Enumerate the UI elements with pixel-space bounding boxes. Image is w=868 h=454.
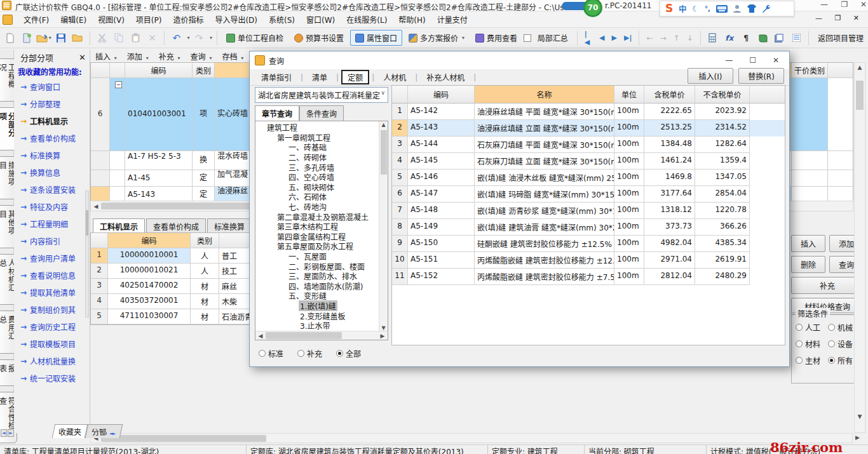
table-vertical-scrollbar[interactable]: ▲ ▼ <box>854 62 865 433</box>
new-from-template-icon[interactable] <box>19 30 34 46</box>
partial-summary-button[interactable]: 局部汇总 <box>533 30 573 45</box>
favorite-item[interactable]: → 查询用户清单 <box>14 250 90 267</box>
tree-node[interactable]: 五、砌块砌体 <box>257 182 388 192</box>
prev-record-icon[interactable]: ◀ <box>597 34 607 42</box>
tree-node[interactable]: 三、多孔砖墙 <box>257 162 388 172</box>
tree-node[interactable]: 3.止水带 <box>257 321 388 331</box>
tree-node[interactable]: 七、砖地沟 <box>257 202 388 212</box>
scope-radio[interactable]: 补充 <box>297 348 322 359</box>
detail-tab[interactable]: 查看单价构成 <box>146 218 206 234</box>
quota-row[interactable]: 5 A5-146 嵌(填)缝 油浸木丝板 缝宽*缝深(mm) 25*150 10… <box>392 170 785 186</box>
budget-settings-button[interactable]: 预算书设置 <box>290 30 348 45</box>
detail-tab[interactable]: 标准换算 <box>207 218 252 234</box>
favorite-item[interactable]: → 统一记取安装 <box>14 370 90 387</box>
dialog-tab[interactable]: 清单 <box>306 70 334 84</box>
dialog-minimize-icon[interactable]: — <box>725 56 733 65</box>
column-header-name[interactable]: 名称 <box>475 86 614 103</box>
dialog-tab[interactable]: 定额 <box>341 70 369 84</box>
column-header-tax-price[interactable]: 含税单价 <box>644 86 695 103</box>
ime-language-icon[interactable]: 中 <box>679 3 686 14</box>
ime-settings-wrench-icon[interactable] <box>762 4 770 13</box>
open-file-icon[interactable]: ▾ <box>36 30 51 46</box>
price-book-icon[interactable] <box>772 30 787 46</box>
favorite-item[interactable]: → 逐条设置安装 <box>14 181 90 198</box>
edit-toolbar-button[interactable]: 添加 ▾ <box>122 50 154 63</box>
folder-icon[interactable] <box>70 30 85 46</box>
favorite-item[interactable]: → 工料机显示 <box>14 112 90 130</box>
back-to-project-button[interactable]: 返回项目管理 <box>813 30 868 45</box>
favorite-item[interactable]: → 人材机批量换 <box>14 352 90 370</box>
column-header-unit[interactable]: 单位 <box>614 86 644 103</box>
favorite-item[interactable]: → 查看说明信息 <box>14 267 90 284</box>
tree-node[interactable]: 1.嵌(填)缝 <box>257 301 388 311</box>
first-record-icon[interactable]: |◀ <box>582 30 595 46</box>
menu-item[interactable]: 帮助(H) <box>393 11 431 27</box>
tree-node[interactable]: 五、变形缝 <box>257 291 388 301</box>
detail-tab[interactable]: 工料机显示 <box>93 218 145 234</box>
favorite-item[interactable]: → 查询历史工程 <box>14 318 90 335</box>
tab-sections[interactable]: 分部 ◄► <box>85 424 123 438</box>
fee-view-button[interactable]: 费用查看 <box>471 30 522 45</box>
favorite-item[interactable]: → 特征及内容 <box>14 198 90 215</box>
self-check-button[interactable]: 单位工程自检 <box>222 30 288 45</box>
tree-node[interactable]: 第四章金属结构工程 <box>257 232 388 242</box>
tab-scroll-down-icon[interactable]: ► <box>8 429 14 437</box>
edit-toolbar-button[interactable]: 插入 ▾ <box>90 50 122 63</box>
favorite-item[interactable]: → 换算信息 <box>14 164 90 181</box>
favorite-item[interactable]: → 内容指引 <box>14 232 90 250</box>
collapse-toggle-icon[interactable]: − <box>115 81 122 88</box>
dialog-close-icon[interactable]: ✕ <box>773 56 779 65</box>
query-mode-tab[interactable]: 条件查询 <box>299 105 344 121</box>
replace-button[interactable]: 替换(R) <box>738 68 784 84</box>
dialog-tab[interactable]: 补充人材机 <box>420 70 471 84</box>
ime-night-mode-icon[interactable]: ☾ <box>692 4 699 13</box>
tree-node[interactable]: 一、瓦屋面 <box>257 251 388 262</box>
tree-node[interactable]: 二、砖砌体 <box>257 152 388 163</box>
scope-radio[interactable]: 全部 <box>336 348 361 359</box>
tab-favorites[interactable]: 收藏夹 <box>52 424 88 438</box>
favorite-item[interactable]: → 分部整理 <box>14 95 90 112</box>
tree-horizontal-scrollbar[interactable]: ◀ ▶ <box>255 331 388 340</box>
column-header-code[interactable]: 编码 <box>408 86 475 103</box>
column-header-type[interactable]: 类别 <box>191 233 219 248</box>
dialog-tab[interactable]: 人材机 <box>377 70 412 84</box>
tree-node[interactable]: 第三章木结构工程 <box>257 222 388 232</box>
ime-keyboard-icon[interactable] <box>716 5 728 13</box>
book-icon[interactable] <box>756 30 770 46</box>
quota-row[interactable]: 6 A5-147 嵌(填)缝 玛碲脂 缝宽*缝深(mm) 30*150 100m… <box>392 186 785 203</box>
tree-node[interactable]: 三、屋面防水、排水 <box>257 271 388 281</box>
dialog-tab[interactable]: 清单指引 <box>255 70 298 84</box>
tab-scroll-up-icon[interactable]: ◄ <box>1 429 7 437</box>
menu-item[interactable]: 文件(F) <box>18 11 55 27</box>
favorite-item[interactable]: → 提取模板项目 <box>14 335 90 352</box>
filter-radio[interactable]: 材料 <box>796 338 828 349</box>
tree-node[interactable]: 第一章砌筑工程 <box>257 133 388 143</box>
column-header-code[interactable]: 编码 <box>108 233 191 248</box>
dialog-title-bar[interactable]: 查询 — ☐ ✕ <box>250 51 789 69</box>
menu-item[interactable]: 编辑(E) <box>55 11 92 27</box>
column-header-price-type[interactable]: 干价类别 <box>792 63 828 78</box>
tree-node[interactable]: 一、砖基础 <box>257 142 388 152</box>
list-view-icon[interactable] <box>789 30 804 46</box>
sidebar-scrollbar[interactable] <box>85 190 89 317</box>
tree-node[interactable]: 六、石砌体 <box>257 192 388 202</box>
tree-node[interactable]: 二、彩钢板屋面、楼面 <box>257 261 388 271</box>
paste-icon[interactable] <box>128 30 142 46</box>
quota-row[interactable]: 9 A5-150 硅酮嵌缝 建筑密封胶位移能力 ±12.5% 100m 4982… <box>392 236 785 252</box>
menu-item[interactable]: 系统(S) <box>263 11 301 27</box>
maximize-icon[interactable]: ❐ <box>836 0 853 9</box>
tree-node[interactable]: 四、空心砖墙 <box>257 172 388 182</box>
tree-node[interactable]: 第五章屋面及防水工程 <box>257 241 388 251</box>
sidebar-close-icon[interactable]: ✕ <box>79 53 86 62</box>
filter-radio[interactable]: 主材 <box>796 355 828 366</box>
tree-vertical-scrollbar[interactable]: ▲ ▼ <box>379 121 388 331</box>
favorite-item[interactable]: → 查询窗口 <box>14 78 90 95</box>
ime-punctuation-icon[interactable]: °, <box>705 5 710 12</box>
ime-account-icon[interactable] <box>733 4 742 13</box>
tree-node[interactable]: 第二章混凝土及钢筋混凝土 <box>257 211 388 222</box>
panel-horizontal-scrollbar[interactable]: ◀ <box>90 433 853 443</box>
ime-skin-icon[interactable] <box>747 4 756 13</box>
formula-fx-icon[interactable]: fx <box>722 30 736 46</box>
favorite-item[interactable]: → 查看单价构成 <box>14 130 90 147</box>
menu-item[interactable]: 窗口(W) <box>301 11 341 27</box>
